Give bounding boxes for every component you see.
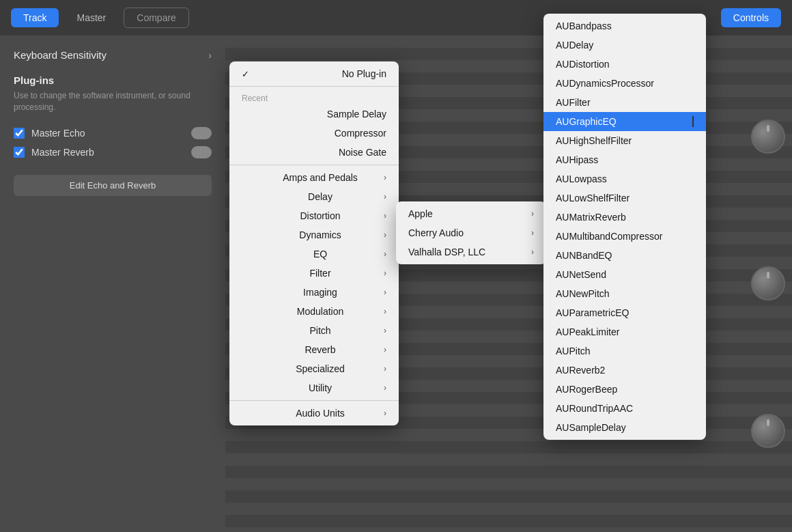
plugin-audistortion[interactable]: AUDistortion	[543, 55, 706, 74]
master-reverb-label: Master Reverb	[31, 147, 184, 158]
edit-echo-reverb-button[interactable]: Edit Echo and Reverb	[14, 175, 212, 196]
plugins-description: Use to change the software instrument, o…	[14, 90, 212, 113]
plugin-auhipass[interactable]: AUHipass	[543, 150, 706, 169]
plugin-aumultibandcompressor[interactable]: AUMultibandCompressor	[543, 227, 706, 246]
recent-item-sample-delay[interactable]: Sample Delay	[229, 104, 399, 124]
plugin-aurogerbeep[interactable]: AURogerBeep	[543, 380, 706, 399]
plugin-auparametriceq[interactable]: AUParametricEQ	[543, 303, 706, 322]
plugin-auroundtripaac[interactable]: AURoundTripAAC	[543, 399, 706, 418]
recent-label: Recent	[229, 89, 399, 104]
no-plugin-item[interactable]: No Plug-in	[229, 64, 399, 83]
arrow-icon: ›	[384, 408, 386, 418]
category-eq[interactable]: EQ ›	[229, 244, 399, 264]
track-tab[interactable]: Track	[11, 8, 59, 27]
vendor-apple[interactable]: Apple ›	[396, 204, 546, 223]
plugin-aunbandeq[interactable]: AUNBandEQ	[543, 246, 706, 265]
knob-2[interactable]	[751, 266, 785, 300]
plugin-augraphiceq[interactable]: AUGraphicEQ	[543, 112, 706, 131]
plugin-aumatrixreverb[interactable]: AUMatrixReverb	[543, 208, 706, 227]
master-reverb-row: Master Reverb	[14, 146, 212, 158]
plugin-aunetsend[interactable]: AUNetSend	[543, 265, 706, 284]
category-imaging[interactable]: Imaging ›	[229, 283, 399, 302]
plugin-menu-level3: AUBandpass AUDelay AUDistortion AUDynami…	[543, 14, 706, 440]
plugin-aubandpass[interactable]: AUBandpass	[543, 16, 706, 36]
knob-3[interactable]	[751, 414, 785, 448]
arrow-icon: ›	[384, 268, 386, 278]
plugin-aupeaklimiter[interactable]: AUPeakLimiter	[543, 322, 706, 341]
category-utility[interactable]: Utility ›	[229, 378, 399, 397]
plugin-menu-level2: Apple › Cherry Audio › Valhalla DSP, LLC…	[396, 201, 546, 264]
recent-item-noise-gate[interactable]: Noise Gate	[229, 143, 399, 162]
menu-divider-3	[229, 400, 399, 401]
category-delay[interactable]: Delay ›	[229, 187, 399, 206]
keyboard-sensitivity-row[interactable]: Keyboard Sensitivity ›	[14, 49, 212, 61]
knob-area	[744, 36, 792, 532]
compare-tab[interactable]: Compare	[124, 8, 189, 28]
plugin-ausampledelay[interactable]: AUSampleDelay	[543, 418, 706, 437]
arrow-icon: ›	[384, 345, 386, 354]
plugin-aunewpitch[interactable]: AUNewPitch	[543, 284, 706, 303]
plugin-audynamicsprocessor[interactable]: AUDynamicsProcessor	[543, 74, 706, 93]
category-filter[interactable]: Filter ›	[229, 264, 399, 283]
knob-1[interactable]	[751, 120, 785, 154]
plugin-aureverb2[interactable]: AUReverb2	[543, 361, 706, 380]
arrow-icon: ›	[384, 249, 386, 259]
arrow-icon: ›	[384, 364, 386, 374]
plugins-section: Plug-ins Use to change the software inst…	[14, 74, 212, 113]
recent-item-compressor[interactable]: Compressor	[229, 124, 399, 143]
plugin-auhighshelffilter[interactable]: AUHighShelfFilter	[543, 131, 706, 150]
master-echo-checkbox[interactable]	[14, 128, 25, 139]
arrow-icon: ›	[384, 326, 386, 335]
category-pitch[interactable]: Pitch ›	[229, 321, 399, 340]
vendor-valhalla[interactable]: Valhalla DSP, LLC ›	[396, 242, 546, 262]
arrow-icon: ›	[384, 192, 386, 201]
master-reverb-toggle[interactable]	[191, 146, 212, 158]
arrow-icon: ›	[384, 173, 386, 182]
master-reverb-checkbox[interactable]	[14, 147, 25, 158]
arrow-icon: ›	[531, 228, 534, 238]
plugins-title: Plug-ins	[14, 74, 212, 86]
plugin-aupitch[interactable]: AUPitch	[543, 341, 706, 361]
plugin-aufilter[interactable]: AUFilter	[543, 93, 706, 112]
plugin-aulowshelffilter[interactable]: AULowShelfFilter	[543, 188, 706, 208]
master-echo-row: Master Echo	[14, 127, 212, 139]
master-tab[interactable]: Master	[64, 8, 118, 27]
keyboard-sensitivity-label: Keyboard Sensitivity	[14, 49, 107, 61]
category-modulation[interactable]: Modulation ›	[229, 302, 399, 321]
arrow-icon: ›	[531, 209, 534, 219]
arrow-icon: ›	[384, 288, 386, 297]
category-distortion[interactable]: Distortion ›	[229, 206, 399, 225]
controls-button[interactable]: Controls	[721, 8, 781, 27]
plugin-audelay[interactable]: AUDelay	[543, 36, 706, 55]
chevron-right-icon: ›	[208, 50, 212, 61]
arrow-icon: ›	[384, 383, 386, 393]
plugin-menu-level1: No Plug-in Recent Sample Delay Compresso…	[229, 61, 399, 425]
category-dynamics[interactable]: Dynamics ›	[229, 225, 399, 244]
menu-divider-2	[229, 165, 399, 165]
cursor-indicator	[692, 116, 694, 127]
arrow-icon: ›	[384, 307, 386, 316]
category-reverb[interactable]: Reverb ›	[229, 340, 399, 359]
left-panel: Keyboard Sensitivity › Plug-ins Use to c…	[0, 36, 225, 532]
category-amps-pedals[interactable]: Amps and Pedals ›	[229, 168, 399, 187]
menu-divider-1	[229, 86, 399, 87]
plugin-aulowpass[interactable]: AULowpass	[543, 169, 706, 188]
vendor-cherry-audio[interactable]: Cherry Audio ›	[396, 223, 546, 242]
audio-units-item[interactable]: Audio Units ›	[229, 404, 399, 423]
arrow-icon: ›	[384, 230, 386, 240]
arrow-icon: ›	[384, 211, 386, 221]
category-specialized[interactable]: Specialized ›	[229, 359, 399, 378]
arrow-icon: ›	[531, 247, 534, 257]
master-echo-toggle[interactable]	[191, 127, 212, 139]
master-echo-label: Master Echo	[31, 128, 184, 139]
